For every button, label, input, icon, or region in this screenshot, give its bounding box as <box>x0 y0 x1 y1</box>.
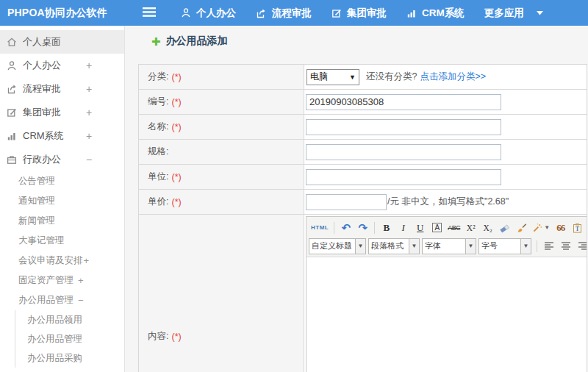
topnav-label: 流程审批 <box>272 7 312 20</box>
label-text: 规格: <box>148 146 168 158</box>
sidebar-item-supplies-management[interactable]: 办公用品管理 <box>15 329 124 348</box>
label-text: 分类: <box>148 71 168 83</box>
price-label: 单价: (*) <box>139 190 304 214</box>
process-icon <box>7 84 18 95</box>
auto-typeset-icon[interactable]: ▼ <box>531 221 551 235</box>
topnav-item-process-approval[interactable]: 流程审批 <box>256 7 312 20</box>
label-text: 编号: <box>148 96 168 108</box>
approval-icon <box>7 107 18 118</box>
heading-combo[interactable]: 自定义标题▼ <box>309 238 366 254</box>
user-icon <box>7 60 18 71</box>
font-size-combo[interactable]: 字号▼ <box>478 238 531 254</box>
remove-format-icon[interactable]: A <box>429 221 445 235</box>
unit-label: 单位: (*) <box>139 165 304 189</box>
form-row-spec: 规格: <box>139 140 587 165</box>
sidebar-item-notice-mgmt[interactable]: 通知管理 <box>0 191 124 211</box>
chevron-down-icon[interactable]: ▼ <box>355 239 365 254</box>
spec-input[interactable] <box>306 144 501 160</box>
sidebar-item-label: 大事记管理 <box>18 235 65 247</box>
topnav-item-group-approval[interactable]: 集团审批 <box>331 7 387 20</box>
paste-text-icon[interactable]: T <box>570 221 585 235</box>
topnav-item-personal-office[interactable]: 个人办公 <box>181 7 236 20</box>
form-row-unit: 单位: (*) <box>139 165 587 190</box>
sidebar-item-label: 会议申请及安排 <box>18 254 83 267</box>
paragraph-combo[interactable]: 段落格式▼ <box>368 238 420 254</box>
sidebar-item-label: CRM系统 <box>23 129 64 143</box>
sidebar-item-label: 办公用品领用 <box>27 314 82 326</box>
sidebar-item-announcement-mgmt[interactable]: 公告管理 <box>0 171 124 191</box>
sidebar-item-process-approval[interactable]: 流程审批+ <box>0 77 124 101</box>
blockquote-icon[interactable]: 66 <box>553 221 568 235</box>
category-select[interactable]: 电脑 ▼ <box>306 69 359 85</box>
expander-icon[interactable]: − <box>78 295 84 306</box>
topnav-item-more-apps[interactable]: 更多应用 <box>484 7 543 20</box>
category-label: 分类: (*) <box>139 65 304 89</box>
sidebar-item-office-supplies-mgmt[interactable]: 办公用品管理− <box>0 290 124 310</box>
toolbar-separator <box>537 240 537 252</box>
rich-text-editor: HTML↶↷BIUAABCX²X₂▼66TA▼ab▼ 自定义标题▼段落格式▼字体… <box>306 216 587 372</box>
label-text: 内容: <box>148 330 168 343</box>
sidebar-item-label: 办公用品管理 <box>27 333 82 346</box>
format-brush-icon[interactable] <box>514 221 529 235</box>
font-family-combo[interactable]: 字体▼ <box>422 238 476 254</box>
sidebar-item-label: 个人桌面 <box>23 35 61 49</box>
page-title-text: 办公用品添加 <box>166 35 228 48</box>
expander-icon[interactable]: + <box>78 275 84 286</box>
sidebar-item-supplies-requisition[interactable]: 办公用品领用 <box>15 310 124 329</box>
unit-input[interactable] <box>306 169 501 185</box>
sidebar-item-label: 集团审批 <box>23 106 61 119</box>
add-category-link[interactable]: 点击添加分类>> <box>420 71 486 83</box>
redo-icon[interactable]: ↷ <box>355 221 370 235</box>
undo-icon[interactable]: ↶ <box>338 221 354 235</box>
topnav-item-crm-system[interactable]: CRM系统 <box>406 7 465 20</box>
combo-value: 字号 <box>479 240 520 251</box>
sidebar-item-fixed-assets-mgmt[interactable]: 固定资产管理+ <box>0 271 124 290</box>
align-right-icon[interactable] <box>575 239 587 254</box>
topnav-label: 个人办公 <box>196 7 236 20</box>
menu-toggle-button[interactable] <box>143 7 156 20</box>
top-navigation: 个人办公流程审批集团审批CRM系统更多应用 <box>181 7 563 20</box>
chevron-down-icon[interactable]: ▼ <box>465 239 476 254</box>
sidebar-item-personal-desktop[interactable]: 个人桌面 <box>0 30 124 54</box>
sidebar-item-crm-system[interactable]: CRM系统+ <box>0 124 124 148</box>
combo-value: 段落格式 <box>369 240 409 251</box>
code-input[interactable] <box>306 94 501 110</box>
bold-icon[interactable]: B <box>379 221 394 235</box>
expander-icon[interactable]: + <box>86 60 92 71</box>
chevron-down-icon[interactable]: ▼ <box>520 239 531 254</box>
expander-icon[interactable]: + <box>86 107 92 118</box>
required-marker: (*) <box>171 332 181 342</box>
expander-icon[interactable]: − <box>86 154 92 165</box>
underline-icon[interactable]: U <box>412 221 428 235</box>
source-button[interactable]: HTML <box>309 221 330 235</box>
sidebar-item-admin-office[interactable]: 行政办公− <box>0 148 124 171</box>
align-left-icon[interactable] <box>541 239 556 254</box>
form-row-price: 单价: (*) /元 非中文，如填写格式"2.68" <box>139 190 587 215</box>
expander-icon[interactable]: + <box>84 255 90 266</box>
required-marker: (*) <box>171 172 181 182</box>
sidebar-item-group-approval[interactable]: 集团审批+ <box>0 101 124 124</box>
editor-toolbar-row1: HTML↶↷BIUAABCX²X₂▼66TA▼ab▼ <box>309 218 587 237</box>
sidebar-item-meeting-request[interactable]: 会议申请及安排+ <box>0 251 124 271</box>
chart-icon <box>7 131 18 142</box>
align-center-icon[interactable] <box>558 239 573 254</box>
eraser-icon[interactable] <box>497 221 512 235</box>
strikethrough-icon[interactable]: ABC <box>446 221 462 235</box>
italic-icon[interactable]: I <box>395 221 411 235</box>
chevron-down-icon[interactable]: ▼ <box>409 239 419 254</box>
content-label: 内容: (*) <box>139 215 304 372</box>
select-caret-icon: ▼ <box>349 74 356 81</box>
sidebar-item-events-mgmt[interactable]: 大事记管理 <box>0 231 124 251</box>
required-marker: (*) <box>171 122 181 132</box>
sidebar-item-news-mgmt[interactable]: 新闻管理 <box>0 211 124 231</box>
sidebar-item-supplies-purchase[interactable]: 办公用品采购 <box>15 348 124 368</box>
subscript-icon[interactable]: X₂ <box>480 221 495 235</box>
expander-icon[interactable]: + <box>86 83 92 95</box>
superscript-icon[interactable]: X² <box>463 221 478 235</box>
expander-icon[interactable]: + <box>86 130 92 142</box>
sidebar-item-personal-office[interactable]: 个人办公+ <box>0 54 124 77</box>
editor-content-area[interactable] <box>306 257 587 372</box>
price-input[interactable] <box>306 194 387 210</box>
form-row-content: 内容: (*) HTML↶↷BIUAABCX²X₂▼66TA▼ab▼ 自定义标题… <box>139 215 587 372</box>
name-input[interactable] <box>306 119 501 135</box>
